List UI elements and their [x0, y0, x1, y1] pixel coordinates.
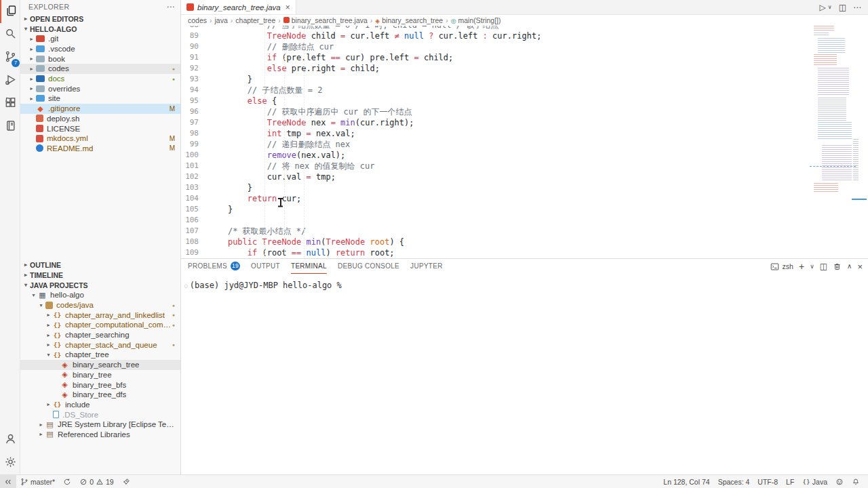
project-row-hello-algo[interactable]: ▾▦hello-algo	[20, 290, 180, 300]
encoding-setting[interactable]: UTF-8	[753, 478, 782, 486]
file-row-.git[interactable]: ▸.git	[20, 34, 180, 44]
project-row-chapter_tree[interactable]: ▾{}chapter_tree	[20, 350, 180, 360]
code-line-90[interactable]: 90 // 删除结点 cur	[181, 41, 807, 52]
code-line-94[interactable]: 94 // 子结点数量 = 2	[181, 85, 807, 96]
code-line-98[interactable]: 98 int tmp = nex.val;	[181, 128, 807, 139]
code-line-105[interactable]: 105 }	[181, 204, 807, 215]
indentation-setting[interactable]: Spaces: 4	[714, 478, 754, 486]
activity-search[interactable]	[0, 23, 20, 46]
project-row-DS_Store[interactable]: .DS_Store	[20, 409, 180, 420]
code-line-109[interactable]: 109 if (root == null) return root;	[181, 247, 807, 258]
project-row-ReferencedLibraries[interactable]: ▸▤Referenced Libraries	[20, 430, 180, 440]
activity-run-debug[interactable]	[0, 69, 20, 92]
code-line-101[interactable]: 101 // 将 nex 的值复制给 cur	[181, 161, 807, 171]
tab-binary-search-tree[interactable]: binary_search_tree.java ×	[181, 0, 296, 14]
panel-tab-debug-console[interactable]: DEBUG CONSOLE	[338, 259, 399, 274]
problems-status[interactable]: 0 19	[75, 475, 118, 488]
section-outline[interactable]: ▸ OUTLINE	[20, 260, 180, 270]
new-terminal-button[interactable]: +	[799, 262, 804, 271]
code-line-99[interactable]: 99 // 递归删除结点 nex	[181, 139, 807, 150]
run-button[interactable]: ▷	[820, 3, 826, 12]
code-line-102[interactable]: 102 cur.val = tmp;	[181, 171, 807, 182]
file-row-mkdocs.yml[interactable]: mkdocs.ymlM	[20, 134, 180, 144]
code-line-88[interactable]: 88 // 当子结点数量 = 0 / 1 时, child = null / 该…	[181, 26, 807, 30]
activity-source-control[interactable]: 7	[0, 46, 20, 69]
code-viewport[interactable]: 88 // 当子结点数量 = 0 / 1 时, child = null / 该…	[181, 26, 807, 258]
terminal-dropdown-icon[interactable]: ∨	[810, 264, 814, 270]
code-line-100[interactable]: 100 remove(nex.val);	[181, 150, 807, 161]
split-terminal-icon[interactable]: ◫	[820, 262, 827, 270]
remote-indicator[interactable]	[0, 475, 16, 488]
notifications-bell-icon[interactable]	[848, 478, 864, 486]
project-row-binary_search_tree[interactable]: ◈binary_search_tree	[20, 360, 180, 370]
feedback-smiley-icon[interactable]	[831, 478, 848, 486]
split-editor-icon[interactable]: ◫	[839, 3, 846, 12]
language-mode[interactable]: {} Java	[798, 478, 831, 486]
project-row-codesjava[interactable]: ▾codes/java●	[20, 300, 180, 310]
code-line-103[interactable]: 103 }	[181, 182, 807, 193]
cursor-position[interactable]: Ln 128, Col 74	[659, 478, 713, 486]
activity-account[interactable]	[0, 428, 20, 451]
project-row-chapter_stack_and_queue[interactable]: ▸{}chapter_stack_and_queue●	[20, 340, 180, 350]
more-actions-icon[interactable]: ⋯	[167, 2, 175, 12]
maximize-panel-icon[interactable]: ∧	[847, 263, 852, 270]
activity-notebook[interactable]	[0, 115, 20, 138]
file-row-LICENSE[interactable]: LICENSE	[20, 123, 180, 134]
breadcrumb-item[interactable]: java	[215, 16, 228, 24]
file-row-.gitignore[interactable]: ◆.gitignoreM	[20, 104, 180, 114]
breadcrumb-item[interactable]: ◎ main(String[])	[451, 16, 501, 24]
overview-ruler[interactable]	[859, 0, 868, 258]
code-line-104[interactable]: 104 return cur;	[181, 193, 807, 204]
close-panel-icon[interactable]: ×	[857, 262, 863, 271]
code-line-92[interactable]: 92 else pre.right = child;	[181, 63, 807, 74]
sync-button[interactable]	[59, 475, 75, 488]
file-row-README.md[interactable]: README.mdM	[20, 144, 180, 154]
project-row-chapter_computational_complexity[interactable]: ▸{}chapter_computational_complexity●	[20, 320, 180, 330]
run-chevron-icon[interactable]: ∨	[828, 4, 832, 10]
file-row-docs[interactable]: ▸docs●	[20, 74, 180, 84]
code-line-108[interactable]: 108 public TreeNode min(TreeNode root) {	[181, 237, 807, 247]
activity-extensions[interactable]	[0, 92, 20, 115]
file-row-book[interactable]: ▸book	[20, 54, 180, 64]
project-row-include[interactable]: ▸{}include	[20, 400, 180, 410]
breadcrumb-item[interactable]: binary_search_tree.java	[283, 16, 368, 24]
breadcrumb-item[interactable]: ◈ binary_search_tree	[375, 16, 443, 24]
project-row-binary_tree[interactable]: ◈binary_tree	[20, 370, 180, 380]
panel-tab-jupyter[interactable]: JUPYTER	[410, 259, 443, 274]
eol-setting[interactable]: LF	[782, 478, 798, 486]
file-row-overrides[interactable]: ▸overrides	[20, 83, 180, 94]
activity-explorer[interactable]	[0, 0, 20, 23]
project-row-chapter_array_and_linkedlist[interactable]: ▸{}chapter_array_and_linkedlist●	[20, 310, 180, 320]
code-line-91[interactable]: 91 if (pre.left == cur) pre.left = child…	[181, 52, 807, 63]
breadcrumb-item[interactable]: codes	[188, 16, 207, 24]
project-row-binary_tree_bfs[interactable]: ◈binary_tree_bfs	[20, 380, 180, 390]
file-row-site[interactable]: ▸site	[20, 94, 180, 104]
project-row-JRESystemLibraryEclipseTemurin1717[interactable]: ▸▤JRE System Library [Eclipse Temurin 17…	[20, 420, 180, 430]
file-row-deploy.sh[interactable]: deploy.sh	[20, 114, 180, 124]
close-icon[interactable]: ×	[285, 3, 290, 12]
code-line-97[interactable]: 97 TreeNode nex = min(cur.right);	[181, 117, 807, 128]
section-java-projects[interactable]: ▾ JAVA PROJECTS	[20, 280, 180, 290]
project-row-binary_tree_dfs[interactable]: ◈binary_tree_dfs	[20, 390, 180, 400]
section-open-editors[interactable]: ▸ OPEN EDITORS	[20, 14, 180, 24]
code-line-107[interactable]: 107 /* 获取最小结点 */	[181, 226, 807, 237]
file-row-codes[interactable]: ▸codes●	[20, 64, 180, 74]
code-line-89[interactable]: 89 TreeNode child = cur.left ≠ null ? cu…	[181, 30, 807, 41]
minimap[interactable]	[808, 26, 859, 258]
panel-tab-problems[interactable]: PROBLEMS 19	[188, 259, 240, 274]
code-line-93[interactable]: 93 }	[181, 74, 807, 85]
project-row-chapter_searching[interactable]: ▸{}chapter_searching	[20, 330, 180, 340]
rocket-icon[interactable]	[118, 475, 134, 488]
code-line-96[interactable]: 96 // 获取中序遍历中 cur 的下一个结点	[181, 106, 807, 117]
code-line-95[interactable]: 95 else {	[181, 96, 807, 106]
panel-tab-terminal[interactable]: TERMINAL	[291, 259, 327, 274]
section-root-folder[interactable]: ▾ HELLO-ALGO	[20, 24, 180, 34]
terminal[interactable]: ○ (base) jyd@JYD-MBP hello-algo %	[181, 274, 868, 290]
activity-settings[interactable]	[0, 451, 20, 474]
git-branch-status[interactable]: master*	[16, 475, 59, 488]
code-line-106[interactable]: 106	[181, 215, 807, 226]
shell-selector[interactable]: zsh	[783, 263, 793, 270]
file-row-.vscode[interactable]: ▸.vscode	[20, 44, 180, 54]
panel-tab-output[interactable]: OUTPUT	[251, 259, 280, 274]
kill-terminal-icon[interactable]	[833, 262, 842, 271]
